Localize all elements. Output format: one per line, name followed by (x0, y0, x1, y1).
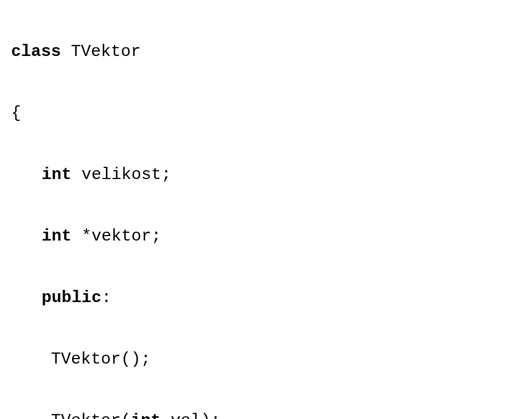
keyword-int: int (42, 165, 71, 184)
colon: : (101, 288, 111, 307)
code-block: class TVektor { int velikost; int *vekto… (0, 0, 532, 419)
member-decl: velikost; (71, 165, 171, 184)
keyword-class: class (11, 42, 61, 61)
keyword-public: public (42, 288, 101, 307)
code-line: { (11, 98, 532, 129)
code-line: TVektor(int vel); (11, 406, 532, 420)
member-decl: *vektor; (71, 227, 161, 246)
ctor-decl: TVektor( (51, 411, 131, 420)
ctor-decl: TVektor(); (51, 350, 151, 369)
keyword-int: int (131, 411, 161, 420)
code-line: int *vektor; (11, 221, 532, 252)
keyword-int: int (42, 227, 71, 246)
code-line: class TVektor (11, 37, 532, 68)
class-name: TVektor (61, 42, 141, 61)
code-line: public: (11, 283, 532, 314)
code-line: int velikost; (11, 160, 532, 191)
ctor-decl: vel); (161, 411, 221, 420)
code-line: TVektor(); (11, 344, 532, 375)
